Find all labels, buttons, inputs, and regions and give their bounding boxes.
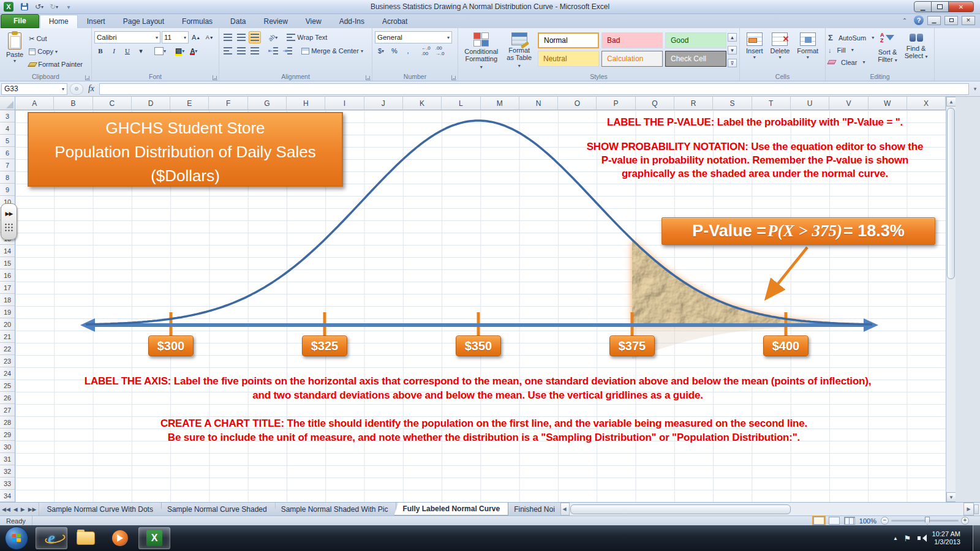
- paste-button[interactable]: Paste▾: [2, 30, 27, 70]
- column-header-M[interactable]: M: [481, 97, 519, 110]
- cell-style-good[interactable]: Good: [665, 32, 726, 48]
- zoom-out-icon[interactable]: −: [881, 517, 889, 525]
- decrease-decimal-button[interactable]: .00→.0: [434, 45, 447, 57]
- format-painter-button[interactable]: Format Painter: [27, 58, 85, 70]
- column-header-Q[interactable]: Q: [636, 97, 674, 110]
- column-header-T[interactable]: T: [752, 97, 791, 110]
- column-header-U[interactable]: U: [791, 97, 829, 110]
- pvalue-pointer-arrow[interactable]: [767, 247, 807, 298]
- percent-style-button[interactable]: %: [388, 45, 401, 57]
- merge-center-button[interactable]: Merge & Center ▾: [300, 45, 365, 57]
- column-header-N[interactable]: N: [519, 97, 558, 110]
- insert-cells-button[interactable]: Insert▾: [742, 30, 767, 72]
- column-header-R[interactable]: R: [674, 97, 713, 110]
- zoom-level[interactable]: 100%: [859, 517, 876, 525]
- axis-label-300[interactable]: $300: [148, 335, 194, 356]
- pvalue-instruction-note[interactable]: LABEL THE P-VALUE: Label the probability…: [579, 116, 931, 181]
- font-size-select[interactable]: 11▾: [162, 31, 189, 43]
- column-header-L[interactable]: L: [442, 97, 480, 110]
- sheet-tab-fully-labeled-normal-curve[interactable]: Fully Labeled Normal Curve: [394, 503, 508, 515]
- axis-label-325[interactable]: $325: [302, 335, 347, 356]
- copy-button[interactable]: Copy ▾: [27, 45, 85, 58]
- taskbar-media-player[interactable]: [104, 527, 136, 549]
- tab-split-handle[interactable]: [974, 504, 979, 514]
- cell-style-bad[interactable]: Bad: [601, 32, 663, 48]
- ribbon-tab-home[interactable]: Home: [40, 15, 78, 28]
- page-break-view-icon[interactable]: [844, 517, 855, 525]
- column-header-W[interactable]: W: [869, 97, 907, 110]
- column-header-C[interactable]: C: [93, 97, 132, 110]
- column-header-S[interactable]: S: [713, 97, 752, 110]
- page-layout-view-icon[interactable]: [829, 517, 840, 525]
- ribbon-tab-add-ins[interactable]: Add-Ins: [331, 15, 373, 28]
- workbook-close-button[interactable]: ✕: [962, 16, 975, 25]
- fill-button[interactable]: ↓ Fill ▾: [828, 44, 874, 56]
- scroll-down-icon[interactable]: ▼: [946, 492, 956, 502]
- autosum-button[interactable]: Σ AutoSum ▾: [828, 32, 874, 43]
- title-instruction-note[interactable]: CREATE A CHART TITLE: The title should i…: [123, 416, 845, 444]
- ribbon-tab-review[interactable]: Review: [255, 15, 296, 28]
- middle-align-button[interactable]: [235, 31, 247, 43]
- prev-sheet-icon[interactable]: ◀: [13, 506, 18, 512]
- start-button[interactable]: [5, 527, 28, 550]
- top-align-button[interactable]: [222, 31, 234, 43]
- fill-color-button[interactable]: ▨▾: [173, 45, 186, 57]
- taskbar-internet-explorer[interactable]: e: [36, 527, 67, 549]
- cell-style-check-cell[interactable]: Check Cell: [665, 51, 726, 67]
- sheet-tab-sample-normal-curve-with-dots[interactable]: Sample Normal Curve With Dots: [39, 503, 162, 515]
- cell-style-neutral[interactable]: Neutral: [538, 51, 599, 67]
- sheet-tab-sample-normal-shaded-with-pic[interactable]: Sample Normal Shaded With Pic: [273, 503, 397, 515]
- clear-button[interactable]: Clear ▾: [828, 56, 874, 68]
- ribbon-tab-formulas[interactable]: Formulas: [173, 15, 221, 28]
- sort-filter-button[interactable]: AZ Sort &Filter ▾: [874, 30, 901, 68]
- alignment-dialog-launcher[interactable]: [366, 75, 371, 80]
- zoom-thumb[interactable]: [925, 517, 930, 525]
- column-header-K[interactable]: K: [403, 97, 442, 110]
- bottom-align-button[interactable]: [249, 31, 261, 43]
- column-header-P[interactable]: P: [597, 97, 635, 110]
- axis-label-400[interactable]: $400: [763, 335, 809, 356]
- expand-formula-bar-icon[interactable]: ▾: [970, 83, 980, 95]
- taskbar-file-explorer[interactable]: [70, 527, 102, 549]
- vertical-scroll-thumb[interactable]: [947, 108, 955, 279]
- minimize-button[interactable]: ▁: [914, 1, 932, 12]
- font-dialog-launcher[interactable]: [213, 75, 217, 80]
- normal-view-icon[interactable]: [813, 517, 824, 525]
- show-hidden-icons[interactable]: ▲: [893, 536, 898, 541]
- underline-button[interactable]: U: [121, 45, 134, 57]
- borders-button[interactable]: ▾: [153, 45, 168, 57]
- format-as-table-button[interactable]: Formatas Table ▾: [502, 30, 537, 72]
- next-sheet-icon[interactable]: ▶: [21, 506, 25, 512]
- volume-icon[interactable]: [918, 534, 926, 542]
- axis-instruction-note[interactable]: LABEL THE AXIS: Label the five points on…: [61, 374, 894, 402]
- cell-style-calculation[interactable]: Calculation: [601, 51, 663, 67]
- workbook-restore-button[interactable]: [944, 16, 958, 25]
- ribbon-tab-data[interactable]: Data: [222, 15, 254, 28]
- number-format-select[interactable]: General▾: [375, 31, 452, 43]
- increase-indent-button[interactable]: ⇥: [281, 45, 295, 57]
- column-header-D[interactable]: D: [132, 97, 170, 110]
- pvalue-label-box[interactable]: P-Value = P(X > 375) = 18.3%: [662, 217, 935, 245]
- zoom-in-icon[interactable]: +: [961, 517, 969, 525]
- taskbar-excel[interactable]: X: [138, 527, 170, 549]
- column-header-X[interactable]: X: [907, 97, 946, 110]
- last-sheet-icon[interactable]: ▶▶: [28, 506, 37, 512]
- clipboard-dialog-launcher[interactable]: [85, 75, 90, 80]
- column-header-J[interactable]: J: [364, 97, 403, 110]
- italic-button[interactable]: I: [108, 45, 120, 57]
- workbook-minimize-button[interactable]: ▁: [927, 16, 941, 25]
- zoom-track[interactable]: [891, 520, 959, 522]
- bold-button[interactable]: B: [94, 45, 107, 57]
- wrap-text-button[interactable]: Wrap Text: [285, 31, 329, 43]
- column-header-A[interactable]: A: [15, 97, 54, 110]
- scroll-right-icon[interactable]: ▶: [963, 503, 974, 515]
- conditional-formatting-button[interactable]: ConditionalFormatting ▾: [461, 30, 502, 72]
- font-color-button[interactable]: A▾: [187, 45, 200, 57]
- column-header-O[interactable]: O: [558, 97, 597, 110]
- column-header-I[interactable]: I: [325, 97, 364, 110]
- grow-font-button[interactable]: A▲: [190, 31, 202, 43]
- scroll-up-icon[interactable]: ▲: [946, 97, 956, 107]
- column-header-E[interactable]: E: [170, 97, 209, 110]
- help-icon[interactable]: ?: [914, 15, 924, 25]
- comma-style-button[interactable]: ,: [402, 45, 414, 57]
